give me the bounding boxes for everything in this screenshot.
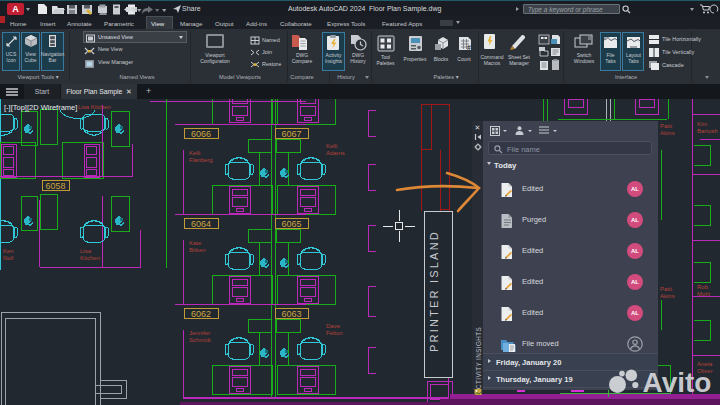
svg-text:Schmidt: Schmidt — [189, 337, 211, 343]
svg-text:6063: 6063 — [281, 309, 301, 319]
svg-text:Kim: Kim — [697, 121, 707, 127]
svg-text:[-][Top][2D Wireframe]: [-][Top][2D Wireframe] — [4, 103, 77, 112]
svg-text:Patti: Patti — [660, 286, 672, 292]
svg-text:Dave: Dave — [326, 323, 341, 329]
svg-text:6067: 6067 — [281, 129, 301, 139]
svg-text:Noll: Noll — [3, 255, 13, 261]
svg-text:Patti: Patti — [660, 123, 672, 129]
svg-text:Kelli: Kelli — [326, 143, 337, 149]
svg-text:6066: 6066 — [191, 129, 211, 139]
svg-text:Avito: Avito — [643, 367, 712, 398]
svg-text:Akins: Akins — [660, 293, 675, 299]
svg-text:Rob: Rob — [697, 284, 709, 290]
svg-text:Kitchen: Kitchen — [80, 255, 100, 261]
svg-text:Lisa Kitchen: Lisa Kitchen — [78, 104, 111, 110]
svg-text:Bitken: Bitken — [189, 247, 206, 253]
svg-text:Kate: Kate — [189, 240, 202, 246]
svg-text:Adams: Adams — [326, 150, 345, 156]
svg-text:6064: 6064 — [191, 219, 211, 229]
svg-text:Ken: Ken — [3, 248, 14, 254]
svg-text:PRINTER ISLAND: PRINTER ISLAND — [428, 230, 440, 352]
svg-text:Akins: Akins — [660, 130, 675, 136]
svg-text:Lisa: Lisa — [80, 248, 92, 254]
svg-text:6058: 6058 — [45, 181, 65, 191]
svg-text:Kelli: Kelli — [189, 150, 200, 156]
svg-text:Mohl: Mohl — [697, 291, 710, 297]
svg-text:Bartosh: Bartosh — [697, 128, 718, 134]
svg-text:Jennifer: Jennifer — [189, 330, 210, 336]
svg-text:6065: 6065 — [281, 219, 301, 229]
svg-text:Flanberg: Flanberg — [189, 157, 213, 163]
svg-text:Felton: Felton — [326, 330, 343, 336]
svg-text:#: # — [467, 44, 471, 51]
svg-text:6062: 6062 — [191, 309, 211, 319]
